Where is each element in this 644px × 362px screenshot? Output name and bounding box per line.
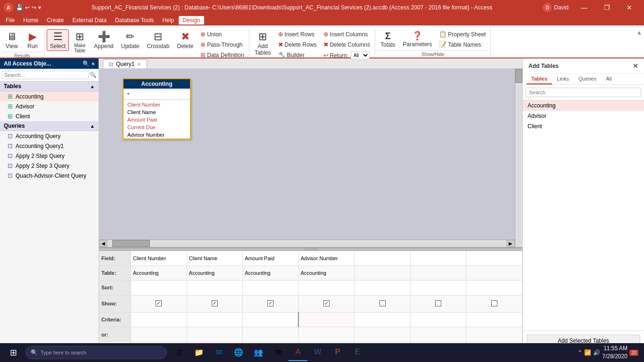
table-field-advisor-number[interactable]: Advisor Number bbox=[124, 131, 190, 139]
taskbar-search[interactable]: 🔍 Type here to search bbox=[25, 346, 167, 359]
nav-item-apply-2-step[interactable]: ⊡ Apply 2 Step Query bbox=[0, 151, 99, 161]
nav-search-submit-icon[interactable]: 🔍 bbox=[90, 72, 97, 78]
taskbar-word[interactable]: W bbox=[308, 344, 327, 361]
grid-cell-table-5[interactable] bbox=[355, 266, 411, 280]
grid-cell-show-5[interactable] bbox=[355, 295, 411, 313]
grid-cell-show-6[interactable] bbox=[410, 295, 466, 313]
grid-cell-field-7[interactable] bbox=[466, 251, 522, 266]
nav-item-accounting[interactable]: ⊞ Accounting bbox=[0, 91, 99, 101]
menu-database-tools[interactable]: Database Tools bbox=[111, 16, 158, 25]
grid-cell-table-3[interactable]: Accounting bbox=[243, 266, 299, 280]
append-button[interactable]: ➕ Append bbox=[91, 29, 116, 51]
run-button[interactable]: ▶ Run bbox=[23, 29, 42, 51]
grid-cell-sort-4[interactable] bbox=[298, 280, 355, 295]
grid-cell-show-1[interactable] bbox=[131, 295, 187, 313]
grid-cell-criteria-1[interactable] bbox=[131, 313, 187, 327]
crosstab-button[interactable]: ⊟ Crosstab bbox=[143, 29, 173, 51]
tray-network-icon[interactable]: 📶 bbox=[584, 349, 591, 356]
nav-item-apply-2-step-3[interactable]: ⊡ Apply 2 Step 3 Query bbox=[0, 161, 99, 171]
grid-cell-criteria-7[interactable] bbox=[466, 313, 522, 327]
grid-cell-field-4[interactable]: Advisor Number bbox=[298, 251, 355, 266]
union-button[interactable]: ⊕ Union bbox=[198, 29, 247, 39]
nav-collapse-icon[interactable]: « bbox=[91, 60, 95, 67]
tray-volume-icon[interactable]: 🔊 bbox=[593, 349, 600, 356]
add-tables-button[interactable]: ⊞ AddTables bbox=[251, 29, 274, 58]
grid-cell-sort-7[interactable] bbox=[466, 280, 522, 295]
taskbar-task-view[interactable]: ⊡ bbox=[170, 344, 189, 361]
grid-cell-or-5[interactable] bbox=[355, 327, 411, 342]
view-button[interactable]: 🖥 View bbox=[2, 29, 22, 51]
show-checkbox-7[interactable] bbox=[491, 300, 497, 306]
table-field-star[interactable]: * bbox=[124, 91, 190, 99]
grid-cell-table-4[interactable]: Accounting bbox=[298, 266, 355, 280]
menu-external-data[interactable]: External Data bbox=[68, 16, 110, 25]
tray-datetime[interactable]: 11:55 AM 7/28/2020 bbox=[602, 345, 627, 361]
h-scroll-thumb[interactable] bbox=[112, 240, 150, 247]
nav-item-quach[interactable]: ⊡ Quach-Advisor-Client Query bbox=[0, 171, 99, 181]
grid-cell-table-6[interactable] bbox=[410, 266, 466, 280]
list-item-client[interactable]: Client bbox=[523, 121, 644, 132]
tab-close-button[interactable]: ✕ bbox=[137, 62, 141, 67]
menu-home[interactable]: Home bbox=[19, 16, 42, 25]
pass-through-button[interactable]: ⊗ Pass-Through bbox=[198, 40, 247, 49]
nav-item-client[interactable]: ⊞ Client bbox=[0, 111, 99, 121]
update-button[interactable]: ✏ Update bbox=[118, 29, 143, 51]
grid-cell-field-2[interactable]: Client Name bbox=[187, 251, 243, 266]
designer-scrollbar-h[interactable]: ◀ ▶ bbox=[99, 239, 515, 247]
title-undo-icon[interactable]: ↩ bbox=[25, 4, 30, 11]
show-checkbox-4[interactable] bbox=[323, 300, 330, 306]
tab-all[interactable]: All bbox=[601, 74, 616, 84]
scrollbar-thumb-v[interactable] bbox=[515, 69, 522, 83]
grid-cell-show-3[interactable] bbox=[243, 295, 299, 313]
table-names-button[interactable]: 📝 Table Names bbox=[436, 40, 488, 49]
grid-cell-criteria-5[interactable] bbox=[355, 313, 411, 327]
table-field-client-number[interactable]: Client Number bbox=[124, 101, 190, 108]
grid-cell-show-7[interactable] bbox=[466, 295, 522, 313]
grid-cell-show-4[interactable] bbox=[298, 295, 355, 313]
tab-queries[interactable]: Queries bbox=[574, 74, 602, 84]
nav-search-input[interactable] bbox=[2, 71, 89, 79]
grid-cell-table-2[interactable]: Accounting bbox=[187, 266, 243, 280]
query-grid-scroll[interactable]: Field: Client Number Client Name Amount … bbox=[99, 251, 522, 351]
table-field-current-due[interactable]: Current Due bbox=[124, 123, 190, 131]
queries-section-header[interactable]: Queries ▲ bbox=[0, 121, 99, 131]
grid-cell-criteria-2[interactable] bbox=[187, 313, 243, 327]
nav-item-accounting-query1[interactable]: ⊡ Accounting Query1 bbox=[0, 141, 99, 151]
insert-columns-button[interactable]: ⊕ Insert Columns bbox=[321, 29, 373, 39]
tray-up-arrow[interactable]: ⌃ bbox=[578, 349, 582, 356]
menu-design[interactable]: Design bbox=[179, 16, 204, 25]
add-tables-close-icon[interactable]: ✕ bbox=[633, 62, 638, 70]
nav-item-accounting-query[interactable]: ⊡ Accounting Query bbox=[0, 131, 99, 141]
scroll-left-btn[interactable]: ◀ bbox=[99, 240, 107, 247]
menu-help[interactable]: Help bbox=[159, 16, 178, 25]
taskbar-mail[interactable]: ✉ bbox=[209, 344, 228, 361]
taskbar-teams[interactable]: 👥 bbox=[249, 344, 268, 361]
queries-collapse-icon[interactable]: ▲ bbox=[90, 123, 95, 129]
title-redo-icon[interactable]: ↪ bbox=[32, 4, 36, 11]
designer-scrollbar-v[interactable] bbox=[515, 69, 522, 247]
scroll-right-btn[interactable]: ▶ bbox=[506, 240, 515, 247]
start-button[interactable]: ⊞ bbox=[2, 344, 25, 361]
show-checkbox-3[interactable] bbox=[267, 300, 273, 306]
grid-cell-or-1[interactable] bbox=[131, 327, 187, 342]
show-checkbox-6[interactable] bbox=[435, 300, 441, 306]
grid-cell-field-5[interactable] bbox=[355, 251, 411, 266]
grid-cell-or-7[interactable] bbox=[466, 327, 522, 342]
taskbar-powerpoint[interactable]: P bbox=[328, 344, 347, 361]
grid-cell-field-6[interactable] bbox=[410, 251, 466, 266]
taskbar-excel-like[interactable]: E bbox=[348, 344, 367, 361]
grid-cell-or-6[interactable] bbox=[410, 327, 466, 342]
grid-cell-table-1[interactable]: Accounting bbox=[131, 266, 187, 280]
grid-cell-criteria-3[interactable] bbox=[243, 313, 299, 327]
select-button[interactable]: ☰ Select bbox=[47, 29, 69, 51]
grid-cell-show-2[interactable] bbox=[187, 295, 243, 313]
grid-cell-criteria-4[interactable] bbox=[298, 313, 355, 327]
grid-cell-sort-1[interactable] bbox=[131, 280, 187, 295]
totals-button[interactable]: Σ Totals bbox=[377, 29, 398, 49]
show-checkbox-5[interactable] bbox=[380, 300, 386, 306]
tab-query1[interactable]: ⊡ Query1 ✕ bbox=[103, 59, 147, 68]
show-checkbox-1[interactable] bbox=[156, 300, 162, 306]
tables-collapse-icon[interactable]: ▲ bbox=[90, 84, 95, 89]
delete-rows-button[interactable]: ✖ Delete Rows bbox=[275, 40, 320, 49]
grid-cell-or-2[interactable] bbox=[187, 327, 243, 342]
